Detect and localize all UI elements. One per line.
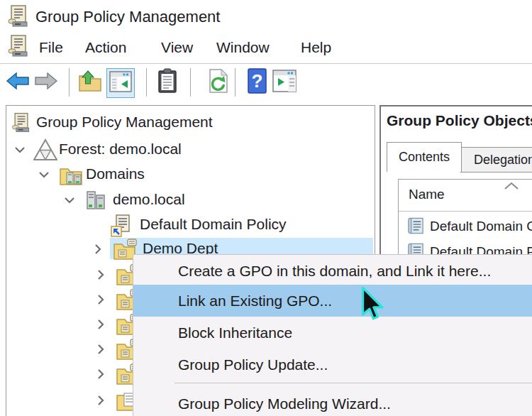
toolbar-separator: [146, 68, 147, 97]
menu-action[interactable]: Action: [85, 39, 126, 56]
results-pane-title: Group Policy Objects in demo.local: [387, 112, 532, 129]
menu-item-gp-modeling-wizard[interactable]: Group Policy Modeling Wizard...: [133, 387, 532, 416]
window-title: Group Policy Management: [35, 8, 220, 26]
gpmc-window: Group Policy Management File Action View…: [0, 0, 532, 416]
menu-help[interactable]: Help: [301, 39, 331, 56]
column-header-divider: [399, 211, 532, 212]
domains-folder-icon: [59, 163, 83, 186]
toggle-console-tree-icon: [109, 71, 132, 95]
toolbar-separator: [235, 68, 235, 97]
tree-item-default-domain-policy[interactable]: Default Domain Policy: [6, 214, 373, 238]
chevron-right-icon[interactable]: [92, 243, 104, 256]
tree-item-domains[interactable]: Domains: [6, 163, 373, 187]
gpm-scroll-icon: [9, 111, 33, 134]
menu-item-block-inheritance[interactable]: Block Inheritance: [133, 317, 532, 349]
gpo-link-icon: [109, 214, 133, 236]
export-folder-icon: [78, 70, 102, 95]
mouse-cursor-icon: [360, 287, 387, 329]
tab-delegation[interactable]: Delegation: [460, 147, 532, 173]
chevron-right-icon[interactable]: [94, 268, 107, 281]
toolbar-separator: [190, 68, 191, 97]
chevron-down-icon[interactable]: [63, 194, 76, 207]
tab-contents-label: Contents: [399, 150, 450, 165]
tab-contents[interactable]: Contents: [387, 142, 462, 172]
chevron-right-icon[interactable]: [94, 293, 107, 306]
refresh-icon: [206, 69, 229, 96]
chevron-right-icon[interactable]: [94, 394, 107, 407]
menu-file[interactable]: File: [39, 39, 63, 56]
tab-delegation-label: Delegation: [474, 153, 532, 168]
sort-ascending-icon[interactable]: [502, 180, 521, 195]
back-button[interactable]: [4, 68, 31, 97]
tree-item-group-policy-management[interactable]: Group Policy Management: [6, 111, 373, 136]
menu-window[interactable]: Window: [216, 39, 270, 56]
new-window-button[interactable]: [271, 68, 298, 97]
chevron-down-icon[interactable]: [38, 168, 50, 181]
tree-item-forest[interactable]: Forest: demo.local: [6, 138, 373, 163]
refresh-button[interactable]: [204, 68, 231, 97]
help-icon: ?: [248, 68, 267, 97]
tree-item-demo-local[interactable]: demo.local: [6, 189, 373, 213]
help-button[interactable]: ?: [243, 68, 270, 97]
gpo-scroll-icon: [406, 215, 425, 236]
app-scroll-icon: [6, 4, 31, 29]
chevron-right-icon[interactable]: [94, 368, 107, 381]
menu-view[interactable]: View: [161, 39, 193, 56]
toolbar-separator: [69, 68, 70, 97]
chevron-down-icon[interactable]: [13, 143, 26, 156]
svg-text:?: ?: [251, 70, 262, 92]
toolbar-divider: [0, 63, 532, 64]
menu-separator: [174, 383, 532, 383]
domain-icon: [83, 189, 107, 212]
clipboard-icon: [157, 68, 178, 97]
menu-item-link-existing-gpo[interactable]: Link an Existing GPO...: [133, 285, 532, 317]
forward-button[interactable]: [33, 68, 60, 97]
toggle-console-tree-button[interactable]: [106, 68, 135, 98]
chevron-right-icon[interactable]: [94, 318, 107, 331]
column-header-name[interactable]: Name: [409, 187, 445, 202]
context-menu: Create a GPO in this domain, and Link it…: [133, 254, 532, 416]
export-list-button[interactable]: [77, 68, 104, 97]
console-scroll-icon: [6, 33, 31, 59]
menu-item-create-gpo-and-link[interactable]: Create a GPO in this domain, and Link it…: [133, 255, 532, 287]
chevron-right-icon[interactable]: [94, 343, 107, 356]
forward-arrow-icon: [34, 71, 58, 94]
back-arrow-icon: [6, 71, 30, 94]
forest-icon: [33, 138, 57, 161]
properties-button[interactable]: [154, 68, 181, 97]
menu-item-group-policy-update[interactable]: Group Policy Update...: [133, 349, 532, 381]
new-window-icon: [272, 70, 297, 95]
